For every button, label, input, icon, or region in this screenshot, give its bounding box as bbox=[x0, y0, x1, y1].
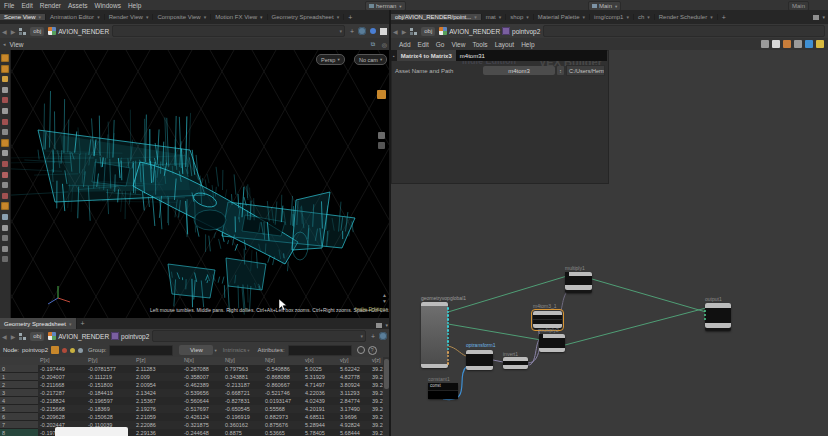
pane-maximize-icon[interactable] bbox=[813, 15, 819, 20]
globe-snap-icon[interactable] bbox=[1, 213, 9, 221]
snap-icon[interactable] bbox=[1, 139, 9, 147]
scale-icon[interactable] bbox=[1, 107, 9, 115]
handles-icon[interactable] bbox=[1, 128, 9, 136]
rotate-icon[interactable] bbox=[1, 96, 9, 104]
sculpt-icon[interactable] bbox=[1, 181, 9, 189]
select-geometry-icon[interactable] bbox=[1, 65, 9, 73]
pin-node-icon[interactable] bbox=[51, 346, 59, 354]
table-row[interactable]: 2-0.211668-0.1518002.00954-0.462389-0.21… bbox=[0, 381, 391, 389]
path-root[interactable]: obj bbox=[421, 27, 435, 36]
persp-view-button[interactable]: Persp▾ bbox=[316, 54, 345, 65]
tree-icon[interactable] bbox=[410, 28, 417, 35]
points-mode-icon[interactable] bbox=[70, 348, 75, 353]
pane-menu-icon[interactable]: ▾ bbox=[385, 322, 388, 328]
column-header[interactable]: P[y] bbox=[86, 357, 134, 365]
display-options2-icon[interactable] bbox=[378, 142, 385, 149]
netmenu-add[interactable]: Add bbox=[399, 41, 411, 48]
menu-file[interactable]: File bbox=[4, 2, 14, 9]
asset-name-dropdown[interactable]: m4tom3 bbox=[483, 66, 555, 75]
pane-tab-1[interactable]: Animation Editor▾ bbox=[46, 14, 105, 20]
forward-icon[interactable]: ▶ bbox=[402, 28, 407, 35]
updown-icon[interactable]: ↕ bbox=[557, 66, 564, 75]
node-invert[interactable] bbox=[503, 357, 528, 369]
path-combo-field[interactable]: ▾ bbox=[112, 25, 345, 37]
column-header[interactable]: N[y] bbox=[223, 357, 263, 365]
path-root[interactable]: obj bbox=[30, 332, 44, 341]
node-multiply1[interactable] bbox=[565, 272, 592, 293]
node-name-field[interactable]: m4tom31 bbox=[456, 50, 607, 61]
add-pane-tab-button[interactable]: + bbox=[77, 320, 89, 327]
pane-menu-icon[interactable]: ▾ bbox=[822, 14, 825, 20]
table-row[interactable]: 1-0.204007-0.1112192.009-0.3580070.34388… bbox=[0, 373, 391, 381]
snapshot-icon[interactable] bbox=[380, 28, 387, 35]
node-multiply2[interactable] bbox=[539, 334, 565, 352]
netmenu-tools[interactable]: Tools bbox=[472, 41, 487, 48]
pane-maximize-icon[interactable] bbox=[376, 323, 382, 328]
network-toolbar-icons[interactable] bbox=[758, 40, 824, 48]
display-icon[interactable] bbox=[1, 202, 9, 210]
table-row[interactable]: 5-0.215668-0.183692.19276-0.517697-0.650… bbox=[0, 405, 391, 413]
grid-icon[interactable] bbox=[1, 234, 9, 242]
layout-split-icon[interactable]: ⧉ bbox=[371, 41, 375, 48]
table-row[interactable]: 0-0.197449-0.07815772.11283-0.2670880.79… bbox=[0, 365, 391, 373]
view-dropdown[interactable]: View bbox=[179, 345, 213, 355]
menu-assets[interactable]: Assets bbox=[68, 2, 88, 9]
back-icon[interactable]: ◀ bbox=[2, 28, 7, 35]
options-icon[interactable] bbox=[1, 255, 9, 263]
node-constant[interactable]: const bbox=[428, 383, 458, 399]
pane-tab-2[interactable]: Render View▾ bbox=[105, 14, 154, 20]
pane-tab-3[interactable]: Composite View▾ bbox=[153, 14, 211, 20]
path-child[interactable]: pointvop2 bbox=[512, 28, 540, 35]
select-objects-icon[interactable] bbox=[1, 54, 9, 62]
globe-icon[interactable] bbox=[379, 332, 387, 340]
pane-tab-3[interactable]: Material Palette▾ bbox=[534, 14, 590, 20]
pane-tab-2[interactable]: shop▾ bbox=[506, 14, 534, 20]
move-icon[interactable] bbox=[1, 86, 9, 94]
notes-icon[interactable] bbox=[805, 40, 813, 48]
path-combo-field[interactable]: ▾ bbox=[152, 330, 366, 342]
tree-icon[interactable] bbox=[19, 28, 26, 35]
snapshot-tile-icon[interactable] bbox=[377, 90, 386, 99]
pane-tab-4[interactable]: img/comp1▾ bbox=[590, 14, 634, 20]
view-tool-icon[interactable] bbox=[1, 149, 9, 157]
select-dynamics-icon[interactable] bbox=[1, 75, 9, 83]
path-node[interactable]: AVION_RENDER bbox=[58, 28, 109, 35]
table-row[interactable]: 3-0.217287-0.1844192.13424-0.539656-0.66… bbox=[0, 389, 391, 397]
column-header[interactable]: v[y] bbox=[338, 357, 370, 365]
column-header[interactable]: P[z] bbox=[134, 357, 182, 365]
path-child[interactable]: pointvop2 bbox=[121, 333, 149, 340]
brush-icon[interactable] bbox=[1, 171, 9, 179]
chevron-down-icon[interactable]: ▾ bbox=[214, 348, 216, 353]
pane-tab-0[interactable]: obj/AVION_RENDER/point...▾ bbox=[391, 14, 482, 20]
falloff-icon[interactable] bbox=[1, 160, 9, 168]
edit-badge-icon[interactable] bbox=[816, 40, 824, 48]
path-node[interactable]: AVION_RENDER bbox=[449, 28, 500, 35]
path-root[interactable]: obj bbox=[30, 27, 44, 36]
tree-icon[interactable] bbox=[19, 333, 26, 340]
node-geometryvopglobal[interactable] bbox=[421, 302, 448, 368]
menu-windows[interactable]: Windows bbox=[95, 2, 121, 9]
attributes-input[interactable] bbox=[288, 345, 352, 356]
column-header[interactable]: v[x] bbox=[303, 357, 338, 365]
search-icon[interactable] bbox=[357, 346, 365, 354]
hand-icon[interactable] bbox=[1, 224, 9, 232]
netmenu-help[interactable]: Help bbox=[521, 41, 534, 48]
pane-tab-4[interactable]: Motion FX View▾ bbox=[211, 14, 267, 20]
add-pane-tab-button-right[interactable]: + bbox=[718, 10, 730, 24]
netmenu-layout[interactable]: Layout bbox=[495, 41, 515, 48]
color-palette-icon[interactable] bbox=[783, 40, 791, 48]
menu-render[interactable]: Render bbox=[40, 2, 61, 9]
node-output[interactable] bbox=[705, 303, 731, 331]
column-header[interactable]: P[x] bbox=[38, 357, 86, 365]
forward-icon[interactable]: ▶ bbox=[11, 333, 16, 340]
forward-icon[interactable]: ▶ bbox=[11, 28, 16, 35]
chevron-down-icon[interactable]: ▾ bbox=[247, 348, 249, 353]
prims-mode-icon[interactable] bbox=[78, 348, 83, 353]
column-header[interactable]: N[x] bbox=[182, 357, 223, 365]
magnet-icon[interactable] bbox=[1, 192, 9, 200]
menu-help[interactable]: Help bbox=[128, 2, 141, 9]
netmenu-view[interactable]: View bbox=[451, 41, 465, 48]
link-icon[interactable] bbox=[370, 28, 376, 34]
group-input[interactable] bbox=[109, 345, 173, 356]
tab-geometry-spreadsheet[interactable]: Geometry Spreadsheet▾ bbox=[0, 318, 77, 329]
